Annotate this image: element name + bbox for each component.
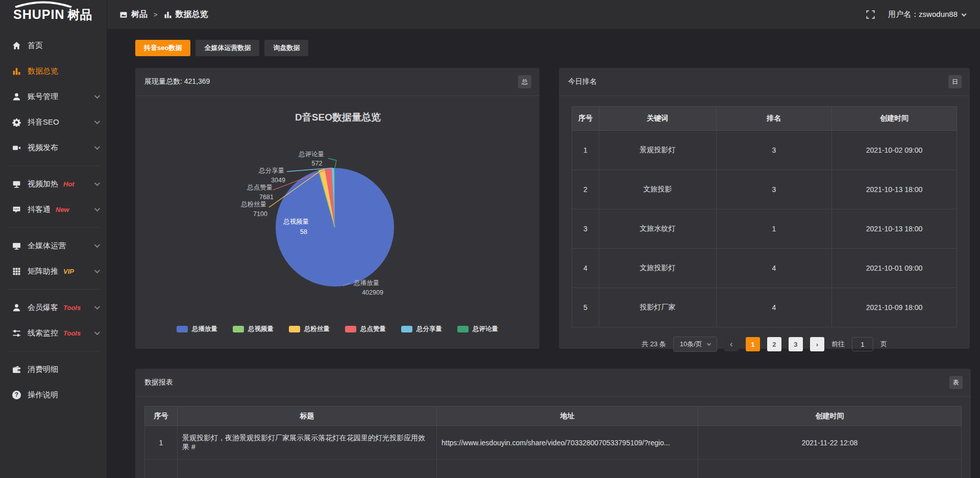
page-button-3[interactable]: 3: [789, 337, 803, 351]
sidebar-menu: 首页 数据总览 账号管理 抖音SEO 视频发布: [0, 30, 107, 408]
overview-title: 展现量总数: 421,369: [144, 77, 210, 86]
sidebar-item-data-overview[interactable]: 数据总览: [0, 58, 107, 84]
table-row[interactable]: 1 景观投影灯，夜游景观投影灯厂家展示展示落花灯在花园里的灯光投影应用效果 # …: [145, 426, 962, 460]
legend-swatch: [177, 326, 188, 332]
overview-panel: 展现量总数: 421,369 总 D音SEO数据量总览: [135, 68, 540, 349]
sidebar: SHUPIN 树品 首页 数据总览 账号管理 抖音SEO: [0, 0, 107, 478]
next-page-button[interactable]: ›: [810, 337, 824, 351]
table-row[interactable]: 4文旅投影灯42021-10-01 09:00: [572, 249, 957, 288]
chat-bubble-icon: [12, 205, 21, 214]
chart-legend: 总播放量 总视频量 总粉丝量 总点赞量 总分享量 总评论量: [135, 325, 540, 333]
day-toggle-button[interactable]: 日: [948, 75, 962, 88]
user-menu[interactable]: 用户名：zswodun88: [888, 10, 966, 19]
report-panel: 数据报表 表 序号 标题 地址 创建时间: [135, 369, 971, 478]
legend-item[interactable]: 总分享量: [401, 325, 442, 333]
tab-media-operation[interactable]: 全媒体运营数据: [195, 40, 259, 56]
sidebar-item-account[interactable]: 账号管理: [0, 84, 107, 109]
prev-page-button[interactable]: ‹: [724, 337, 739, 351]
tab-douyin-seo[interactable]: 抖音seo数据: [135, 40, 190, 56]
chart-title: D音SEO数据量总览: [295, 112, 381, 123]
chevron-down-icon: [94, 268, 100, 273]
gear-icon: [12, 118, 21, 127]
pie-label-likes: 总点赞量 7681: [247, 184, 274, 201]
page-button-2[interactable]: 2: [767, 337, 781, 351]
table-row[interactable]: 2文旅投影32021-10-13 18:00: [572, 170, 957, 209]
sidebar-item-media-operation[interactable]: 全媒体运营: [0, 233, 107, 258]
ranking-title: 今日排名: [568, 77, 597, 86]
sidebar-item-video-publish[interactable]: 视频发布: [0, 135, 107, 160]
chevron-down-icon: [94, 93, 100, 99]
sidebar-item-label: 视频加热: [28, 179, 58, 189]
sidebar-item-member-tools[interactable]: 会员爆客 Tools: [0, 295, 107, 320]
legend-item[interactable]: 总评论量: [457, 325, 498, 333]
sidebar-item-douyin-seo[interactable]: 抖音SEO: [0, 109, 107, 135]
legend-swatch: [401, 326, 412, 332]
sidebar-item-spending-detail[interactable]: 消费明细: [0, 356, 107, 382]
grid-icon: [12, 267, 21, 276]
breadcrumb-separator: >: [154, 11, 158, 18]
sidebar-item-instructions[interactable]: ? 操作说明: [0, 382, 107, 408]
username: 用户名：zswodun88: [888, 10, 958, 19]
breadcrumb-root[interactable]: 树品: [131, 9, 148, 20]
legend-item[interactable]: 总粉丝量: [289, 325, 330, 333]
sidebar-item-label: 账号管理: [28, 92, 58, 102]
wallet-icon: [12, 365, 21, 374]
tab-inquiry[interactable]: 询盘数据: [264, 40, 308, 56]
table-row[interactable]: 5投影灯厂家42021-10-09 18:00: [572, 288, 957, 327]
user-icon: [12, 92, 21, 101]
sidebar-item-label: 数据总览: [28, 66, 58, 76]
chevron-down-icon: [94, 144, 100, 150]
ranking-panel: 今日排名 日 序号 关键词 排名 创建时间: [559, 68, 970, 349]
sidebar-item-matrix-boost[interactable]: 矩阵助推 VIP: [0, 258, 107, 284]
sidebar-item-doukertong[interactable]: 抖客通 New: [0, 197, 107, 222]
sidebar-item-home[interactable]: 首页: [0, 33, 107, 58]
pie-label-play: 总播放量 402909: [353, 279, 383, 296]
col-keyword: 关键词: [599, 107, 716, 131]
legend-item[interactable]: 总视频量: [233, 325, 274, 333]
chevron-down-icon: [962, 11, 967, 16]
goto-page-input[interactable]: [852, 337, 873, 351]
topbar: 树品 > 数据总览 用户名：zswodun88: [107, 0, 980, 30]
chevron-down-icon: [94, 304, 100, 309]
logo[interactable]: SHUPIN 树品: [0, 0, 107, 30]
heat-screen-icon: [12, 180, 21, 188]
question-icon: ?: [12, 391, 21, 399]
main-content: 抖音seo数据 全媒体运营数据 询盘数据 展现量总数: 421,369 总 D音…: [107, 30, 980, 478]
new-badge: New: [56, 206, 69, 213]
logo-arc: [13, 1, 74, 8]
sidebar-item-label: 抖音SEO: [28, 117, 59, 127]
col-index: 序号: [572, 107, 599, 131]
total-toggle-button[interactable]: 总: [518, 75, 531, 88]
page-button-1[interactable]: 1: [746, 337, 760, 351]
table-row[interactable]: 3文旅水纹灯12021-10-13 18:00: [572, 209, 957, 249]
video-url-link[interactable]: https://www.iesdouyin.com/share/video/70…: [437, 426, 698, 460]
table-toggle-button[interactable]: 表: [949, 376, 963, 389]
col-created: 创建时间: [698, 407, 962, 426]
col-index: 序号: [145, 407, 178, 426]
leader-comments: [328, 158, 336, 168]
logo-text: SHUPIN: [13, 7, 64, 22]
video-title-cell: 景观投影灯，夜游景观投影灯厂家展示展示落花灯在花园里的灯光投影应用效果 #: [178, 426, 437, 460]
sidebar-item-lead-monitor[interactable]: 线索监控 Tools: [0, 320, 107, 346]
chevron-down-icon: [94, 180, 100, 186]
legend-swatch: [289, 326, 300, 332]
tools-badge: Tools: [63, 304, 81, 312]
sidebar-item-video-heat[interactable]: 视频加热 Hot: [0, 171, 107, 197]
home-icon: [12, 41, 21, 50]
table-row: [145, 460, 962, 478]
member-icon: [12, 303, 21, 312]
col-url: 地址: [437, 407, 698, 426]
pagination: 共 23 条 10条/页 ‹ 1 2 3 › 前往 页: [572, 337, 957, 352]
sidebar-item-label: 操作说明: [28, 390, 58, 400]
bar-chart-icon: [12, 67, 21, 76]
legend-item[interactable]: 总点赞量: [345, 325, 386, 333]
sidebar-item-label: 全媒体运营: [28, 241, 66, 251]
pie-label-comments: 总评论量 572: [298, 151, 326, 167]
fullscreen-icon[interactable]: [866, 10, 875, 19]
table-row[interactable]: 1景观投影灯32021-10-02 09:00: [572, 131, 957, 170]
page-size-select[interactable]: 10条/页: [673, 337, 717, 352]
ranking-table: 序号 关键词 排名 创建时间 1景观投影灯32021-10-02 09:00: [572, 106, 957, 327]
legend-item[interactable]: 总播放量: [177, 325, 217, 333]
data-tabs: 抖音seo数据 全媒体运营数据 询盘数据: [135, 40, 970, 56]
breadcrumb-chart-icon: [164, 11, 172, 19]
